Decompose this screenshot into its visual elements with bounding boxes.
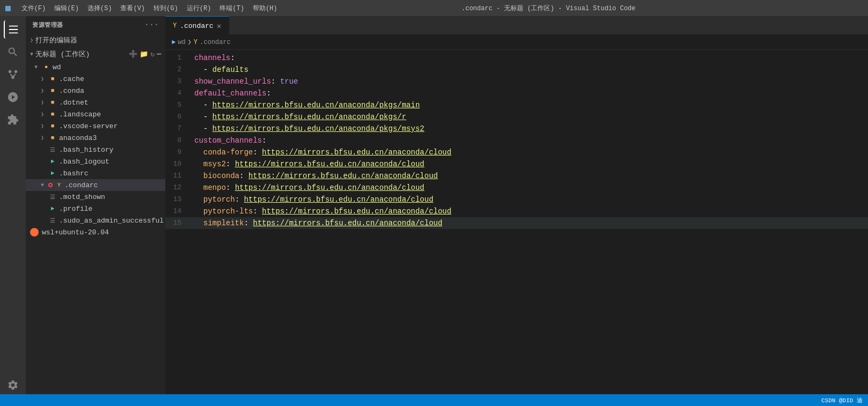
line-num-3: 3 (165, 76, 192, 87)
line-content-15: simpleitk: https://mirrors.bfsu.edu.cn/a… (192, 217, 868, 229)
code-line-15: 15 simpleitk: https://mirrors.bfsu.edu.c… (165, 217, 868, 229)
refresh-icon[interactable]: ↻ (150, 50, 155, 58)
activity-search[interactable] (4, 43, 22, 61)
titlebar-left: ▦ 文件(F) 编辑(E) 选择(S) 查看(V) 转到(G) 运行(R) 终端… (5, 3, 278, 13)
line-num-13: 13 (165, 194, 192, 205)
activity-explorer[interactable] (4, 20, 22, 39)
tree-item-condarc[interactable]: ▼ Y .condarc (26, 179, 165, 191)
line-num-8: 8 (165, 135, 192, 146)
tree-item-wd-label: wd (53, 63, 165, 71)
line-num-12: 12 (165, 182, 192, 194)
workspace-section[interactable]: ▼ 无标题 (工作区) ➕ 📁 ↻ ━ (26, 47, 165, 61)
tab-close-button[interactable]: ✕ (217, 21, 221, 31)
dotnet-arrow: ❯ (41, 99, 48, 106)
tab-condarc[interactable]: Y .condarc ✕ (165, 16, 229, 35)
breadcrumb-folder-icon: ► (172, 39, 176, 46)
line-content-11: bioconda: https://mirrors.bfsu.edu.cn/an… (192, 170, 868, 182)
collapse-icon[interactable]: ━ (157, 50, 161, 58)
code-line-1: 1 channels: (165, 52, 868, 64)
line-num-15: 15 (165, 217, 192, 229)
tree-item-wsl[interactable]: wsl+ubuntu-20.04 (26, 226, 165, 238)
tree-item-bash-logout[interactable]: ❯ ► .bash_logout (26, 156, 165, 167)
activity-scm[interactable] (4, 65, 22, 84)
menu-view[interactable]: 查看(V) (120, 4, 145, 13)
tree-item-landscape-label: .landscape (59, 110, 165, 119)
tree-item-profile[interactable]: ❯ ► .profile (26, 203, 165, 215)
sudo-icon: ☰ (48, 216, 57, 225)
line-num-10: 10 (165, 158, 192, 170)
window-title: .condarc - 无标题 (工作区) - Visual Studio Cod… (462, 4, 636, 13)
menu-edit[interactable]: 编辑(E) (54, 4, 79, 13)
menu-file[interactable]: 文件(F) (21, 4, 46, 13)
code-line-14: 14 pytorch-lts: https://mirrors.bfsu.edu… (165, 205, 868, 217)
tree-item-anaconda3-label: anaconda3 (59, 134, 165, 142)
condarc-selection-circle (48, 183, 53, 187)
code-line-7: 7 - https://mirrors.bfsu.edu.cn/anaconda… (165, 123, 868, 135)
tree-item-sudo[interactable]: ❯ ☰ .sudo_as_admin_successful (26, 215, 165, 226)
line-content-9: conda-forge: https://mirrors.bfsu.edu.cn… (192, 146, 868, 158)
tree-item-vscode-server[interactable]: ❯ ■ .vscode-server (26, 120, 165, 132)
tree-item-dotnet-label: .dotnet (59, 99, 165, 107)
tab-bar: Y .condarc ✕ (165, 16, 868, 35)
landscape-arrow: ❯ (41, 111, 48, 117)
tree-item-wd[interactable]: ▼ ● wd (26, 61, 165, 73)
new-file-icon[interactable]: ➕ (129, 50, 137, 58)
activity-settings[interactable] (4, 376, 22, 394)
code-line-13: 13 pytorch: https://mirrors.bfsu.edu.cn/… (165, 194, 868, 205)
tree-item-conda[interactable]: ❯ ■ .conda (26, 85, 165, 97)
breadcrumb: ► wd ❯ Y .condarc (165, 35, 868, 50)
open-editors-section[interactable]: ❯ 打开的编辑器 (26, 33, 165, 47)
line-content-5: - https://mirrors.bfsu.edu.cn/anaconda/p… (192, 99, 868, 111)
open-editors-arrow: ❯ (30, 37, 33, 43)
line-num-2: 2 (165, 64, 192, 76)
sidebar-header-icons: ··· (144, 20, 159, 29)
line-content-12: menpo: https://mirrors.bfsu.edu.cn/anaco… (192, 182, 868, 194)
code-line-5: 5 - https://mirrors.bfsu.edu.cn/anaconda… (165, 99, 868, 111)
line-num-14: 14 (165, 205, 192, 217)
tree-item-bashrc-label: .bashrc (59, 169, 165, 178)
menu-goto[interactable]: 转到(G) (154, 4, 178, 13)
tab-condarc-label: .condarc (180, 22, 213, 30)
code-line-4: 4 default_channels: (165, 87, 868, 99)
more-options-icon[interactable]: ··· (144, 20, 159, 29)
new-folder-icon[interactable]: 📁 (140, 50, 148, 58)
tree-item-landscape[interactable]: ❯ ■ .landscape (26, 108, 165, 120)
line-content-7: - https://mirrors.bfsu.edu.cn/anaconda/p… (192, 123, 868, 135)
bash-logout-icon: ► (48, 157, 57, 166)
menu-select[interactable]: 选择(S) (87, 4, 112, 13)
workspace-title: ▼ 无标题 (工作区) (30, 49, 90, 59)
line-num-9: 9 (165, 146, 192, 158)
activity-extensions[interactable] (4, 110, 22, 129)
tree-item-bash-history[interactable]: ❯ ☰ .bash_history (26, 144, 165, 156)
status-bar-csdn: CSDN @DID 迪 (821, 396, 863, 404)
open-editors-label: 打开的编辑器 (35, 35, 77, 45)
tree-item-cache[interactable]: ❯ ■ .cache (26, 73, 165, 85)
line-content-8: custom_channels: (192, 135, 868, 146)
dotnet-folder-icon: ■ (48, 98, 57, 107)
tree-item-anaconda3[interactable]: ❯ ■ anaconda3 (26, 132, 165, 144)
menu-help[interactable]: 帮助(H) (253, 4, 278, 13)
wsl-icon (30, 228, 39, 237)
menu-run[interactable]: 运行(R) (187, 4, 211, 13)
bashrc-icon: ► (48, 169, 57, 178)
tree-item-motd-shown[interactable]: ❯ ☰ .motd_shown (26, 191, 165, 203)
tree-item-bashrc[interactable]: ❯ ► .bashrc (26, 167, 165, 179)
breadcrumb-folder[interactable]: wd (178, 39, 185, 46)
condarc-arrow: ▼ (41, 182, 48, 188)
code-editor[interactable]: 1 channels: 2 - defaults 3 show_channel_… (165, 50, 868, 394)
tab-condarc-icon: Y (173, 22, 177, 29)
tree-item-condarc-label: .condarc (64, 181, 165, 189)
anaconda3-folder-icon: ■ (48, 134, 57, 142)
vscode-server-folder-icon: ■ (48, 122, 57, 130)
code-line-12: 12 menpo: https://mirrors.bfsu.edu.cn/an… (165, 182, 868, 194)
breadcrumb-file[interactable]: .condarc (200, 39, 231, 46)
tree-item-dotnet[interactable]: ❯ ■ .dotnet (26, 97, 165, 108)
menu-terminal[interactable]: 终端(T) (220, 4, 244, 13)
conda-folder-icon: ■ (48, 86, 57, 95)
landscape-folder-icon: ■ (48, 110, 57, 119)
activity-debug[interactable] (4, 88, 22, 106)
bash-history-icon: ☰ (48, 145, 57, 154)
workspace-arrow: ▼ (30, 51, 33, 57)
tree-item-wsl-label: wsl+ubuntu-20.04 (42, 228, 109, 237)
tree-item-cache-label: .cache (59, 75, 165, 83)
